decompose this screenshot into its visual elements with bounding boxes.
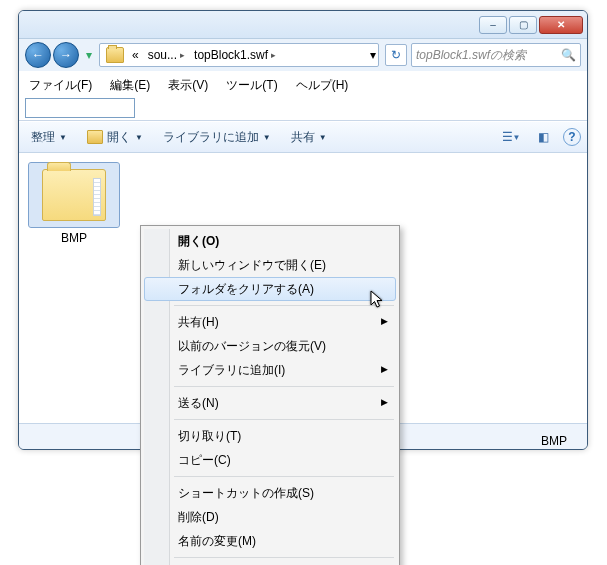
ctx-open-new-window[interactable]: 新しいウィンドウで開く(E) <box>144 253 396 277</box>
folder-icon <box>42 169 106 221</box>
nav-history-dropdown[interactable]: ▾ <box>83 42 95 68</box>
ctx-send-to[interactable]: 送る(N)▶ <box>144 391 396 415</box>
cmd-add-library[interactable]: ライブラリに追加 ▼ <box>157 127 277 148</box>
help-button[interactable]: ? <box>563 128 581 146</box>
ctx-separator <box>174 419 394 420</box>
search-icon[interactable]: 🔍 <box>561 48 576 62</box>
forward-button[interactable]: → <box>53 42 79 68</box>
menu-file[interactable]: ファイル(F) <box>25 75 96 96</box>
ctx-clear-folder[interactable]: フォルダをクリアする(A) <box>144 277 396 301</box>
maximize-button[interactable]: ▢ <box>509 16 537 34</box>
folder-icon <box>106 47 124 63</box>
address-bar[interactable]: « sou...▸ topBlock1.swf▸ ▾ <box>99 43 379 67</box>
open-folder-icon <box>87 130 103 144</box>
cmd-share[interactable]: 共有 ▼ <box>285 127 333 148</box>
breadcrumb-parent[interactable]: sou...▸ <box>144 44 190 66</box>
ctx-separator <box>174 476 394 477</box>
minimize-button[interactable]: – <box>479 16 507 34</box>
menu-edit[interactable]: 編集(E) <box>106 75 154 96</box>
menu-bar: ファイル(F) 編集(E) 表示(V) ツール(T) ヘルプ(H) <box>19 71 587 121</box>
menu-view[interactable]: 表示(V) <box>164 75 212 96</box>
folder-item-bmp[interactable]: BMP <box>29 163 119 245</box>
ctx-separator <box>174 557 394 558</box>
search-placeholder: topBlock1.swfの検索 <box>416 47 526 64</box>
back-button[interactable]: ← <box>25 42 51 68</box>
folder-label: BMP <box>29 231 119 245</box>
ctx-add-library[interactable]: ライブラリに追加(I)▶ <box>144 358 396 382</box>
view-options-button[interactable]: ☰ ▼ <box>499 125 523 149</box>
filter-input[interactable] <box>25 98 135 118</box>
close-button[interactable]: ✕ <box>539 16 583 34</box>
ctx-copy[interactable]: コピー(C) <box>144 448 396 472</box>
menu-tools[interactable]: ツール(T) <box>222 75 281 96</box>
nav-row: ← → ▾ « sou...▸ topBlock1.swf▸ ▾ ↻ topBl… <box>19 39 587 71</box>
ctx-share[interactable]: 共有(H)▶ <box>144 310 396 334</box>
search-input[interactable]: topBlock1.swfの検索 🔍 <box>411 43 581 67</box>
cmd-organize[interactable]: 整理 ▼ <box>25 127 73 148</box>
details-type: ファイ <box>541 450 577 451</box>
ctx-delete[interactable]: 削除(D) <box>144 505 396 529</box>
ctx-open[interactable]: 開く(O) <box>144 229 396 253</box>
refresh-button[interactable]: ↻ <box>385 44 407 66</box>
ctx-separator <box>174 305 394 306</box>
ctx-restore-versions[interactable]: 以前のバージョンの復元(V) <box>144 334 396 358</box>
ctx-separator <box>174 386 394 387</box>
command-bar: 整理 ▼ 開く ▼ ライブラリに追加 ▼ 共有 ▼ ☰ ▼ ◧ ? <box>19 121 587 153</box>
preview-pane-button[interactable]: ◧ <box>531 125 555 149</box>
context-menu: 開く(O) 新しいウィンドウで開く(E) フォルダをクリアする(A) 共有(H)… <box>140 225 400 565</box>
cmd-open[interactable]: 開く ▼ <box>81 127 149 148</box>
breadcrumb-overflow[interactable]: « <box>128 44 144 66</box>
ctx-create-shortcut[interactable]: ショートカットの作成(S) <box>144 481 396 505</box>
nav-buttons: ← → <box>25 42 79 68</box>
menu-help[interactable]: ヘルプ(H) <box>292 75 353 96</box>
ctx-cut[interactable]: 切り取り(T) <box>144 424 396 448</box>
title-bar: – ▢ ✕ <box>19 11 587 39</box>
details-name: BMP <box>541 434 577 450</box>
address-dropdown-icon[interactable]: ▾ <box>370 48 376 62</box>
ctx-rename[interactable]: 名前の変更(M) <box>144 529 396 553</box>
breadcrumb-current[interactable]: topBlock1.swf▸ <box>190 44 281 66</box>
